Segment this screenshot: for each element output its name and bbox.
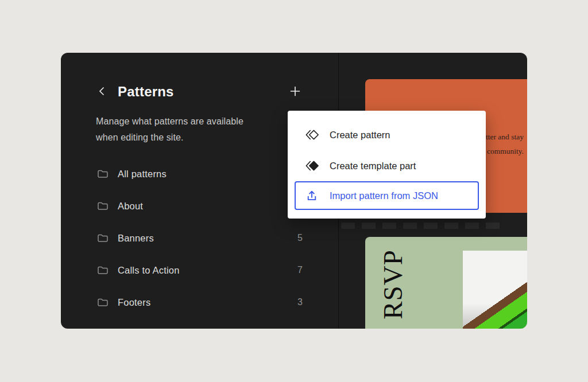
sidebar-header: Patterns <box>95 80 303 103</box>
menu-item-import-pattern-from-json[interactable]: Import pattern from JSON <box>295 181 479 210</box>
category-label: About <box>118 201 143 212</box>
chevron-left-icon <box>95 84 109 100</box>
page-title: Patterns <box>118 84 174 100</box>
menu-item-label: Import pattern from JSON <box>330 190 438 201</box>
folder-icon <box>96 231 110 245</box>
menu-item-create-template-part[interactable]: Create template part <box>295 150 479 181</box>
add-pattern-button[interactable] <box>288 84 303 99</box>
page-background: Patterns Manage what patterns are availa… <box>0 0 588 382</box>
newsletter-preview-text: letter and stay community. <box>480 130 524 158</box>
category-count: 5 <box>297 233 303 243</box>
dark-pattern-preview-text <box>341 223 501 229</box>
add-pattern-menu: Create pattern Create template part Impo… <box>288 111 486 219</box>
upload-icon <box>304 188 319 203</box>
sidebar-description: Manage what patterns are available when … <box>96 114 261 146</box>
folder-icon <box>96 167 110 181</box>
sidebar-item-calls-to-action[interactable]: Calls to Action 7 <box>96 254 303 286</box>
patterns-category-list: All patterns About <box>96 158 303 318</box>
menu-item-label: Create template part <box>330 161 416 171</box>
pattern-icon <box>304 127 319 142</box>
plus-icon <box>288 84 303 100</box>
rsvp-preview-photo <box>463 251 527 329</box>
rsvp-pattern-preview: RSVP <box>365 237 527 329</box>
folder-icon <box>96 263 110 277</box>
folder-icon <box>96 199 110 213</box>
back-button[interactable] <box>95 85 109 99</box>
menu-item-label: Create pattern <box>330 130 390 141</box>
category-label: Banners <box>118 233 154 244</box>
sidebar-item-about[interactable]: About <box>96 190 303 222</box>
category-label: All patterns <box>118 169 167 180</box>
sidebar-item-banners[interactable]: Banners 5 <box>96 222 303 254</box>
sidebar-item-footers[interactable]: Footers 3 <box>96 286 303 318</box>
sidebar-item-all-patterns[interactable]: All patterns <box>96 158 303 190</box>
category-count: 3 <box>297 297 303 307</box>
category-label: Calls to Action <box>118 265 180 276</box>
category-label: Footers <box>118 297 150 308</box>
rsvp-vertical-text: RSVP <box>372 241 413 328</box>
photo-diagonal-object <box>463 251 527 329</box>
template-part-icon <box>304 158 319 173</box>
category-count: 7 <box>297 265 303 275</box>
folder-icon <box>96 295 110 309</box>
menu-item-create-pattern[interactable]: Create pattern <box>295 119 479 150</box>
